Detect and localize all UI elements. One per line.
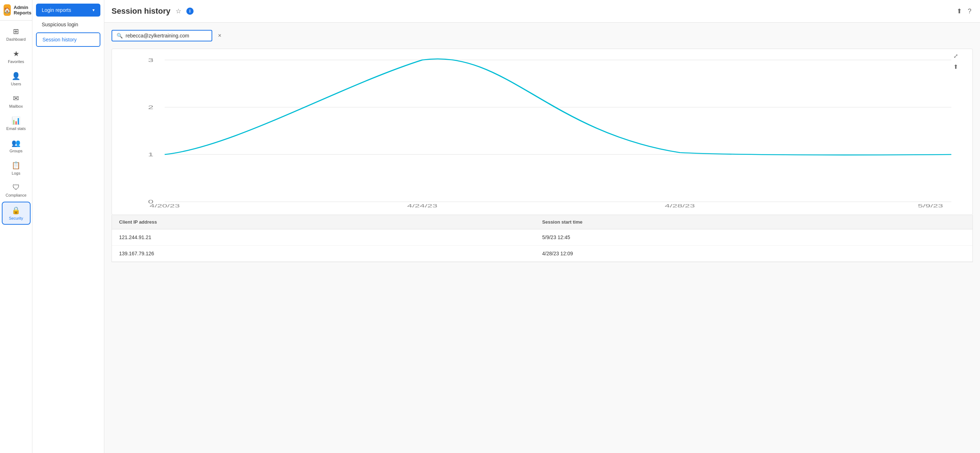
sidebar-item-mailbox[interactable]: ✉ Mailbox xyxy=(2,90,30,112)
search-box: 🔍 xyxy=(111,30,212,41)
nav-item-label: Session history xyxy=(43,37,76,43)
table-cell-ip: 139.167.79.126 xyxy=(119,250,542,257)
table-row: 139.167.79.126 4/28/23 12:09 xyxy=(112,246,972,262)
search-bar-container: 🔍 × xyxy=(111,30,973,41)
nav-item-session-history[interactable]: Session history xyxy=(36,32,100,47)
sidebar-item-favorites[interactable]: ★ Favorites xyxy=(2,46,30,67)
svg-text:5/9/23: 5/9/23 xyxy=(918,203,943,207)
search-input[interactable] xyxy=(126,33,197,38)
column-header-time: Session start time xyxy=(542,219,965,225)
sidebar-item-security[interactable]: 🔒 Security xyxy=(2,202,30,225)
mailbox-icon: ✉ xyxy=(13,94,19,103)
logo-icon: 🏠 xyxy=(3,4,11,16)
dashboard-icon: ⊞ xyxy=(13,27,19,36)
chart-area: 3 2 1 0 4/20/23 4/24/23 4/28/23 5/9/23 xyxy=(130,56,965,207)
chart-svg: 3 2 1 0 4/20/23 4/24/23 4/28/23 5/9/23 xyxy=(130,56,965,207)
sidebar-item-users[interactable]: 👤 Users xyxy=(2,68,30,90)
svg-text:3: 3 xyxy=(148,57,154,63)
table-cell-time: 5/9/23 12:45 xyxy=(542,234,965,240)
app-logo: 🏠 Admin Reports xyxy=(0,0,32,21)
main-header: Session history ☆ i ⬆ ? xyxy=(104,0,980,23)
sidebar-nav: ⊞ Dashboard ★ Favorites 👤 Users ✉ Mailbo… xyxy=(0,21,32,225)
table-cell-time: 4/28/23 12:09 xyxy=(542,250,965,257)
svg-text:2: 2 xyxy=(148,104,154,110)
sidebar-item-logs[interactable]: 📋 Logs xyxy=(2,157,30,179)
sidebar-item-groups[interactable]: 👥 Groups xyxy=(2,135,30,156)
main-content: Session history ☆ i ⬆ ? 🔍 × ⤢ ⬆ 3 2 xyxy=(104,0,980,453)
security-icon: 🔒 xyxy=(11,206,21,215)
groups-icon: 👥 xyxy=(11,139,21,147)
nav-item-login-reports[interactable]: Login reports ▾ xyxy=(36,3,100,17)
data-table: Client IP address Session start time 121… xyxy=(111,215,973,262)
sidebar-item-label: Dashboard xyxy=(6,37,26,41)
info-icon: i xyxy=(186,8,194,15)
svg-text:4/20/23: 4/20/23 xyxy=(150,203,180,207)
content-body: 🔍 × ⤢ ⬆ 3 2 1 0 xyxy=(104,23,980,453)
chart-container: ⤢ ⬆ 3 2 1 0 4/20/23 xyxy=(111,49,973,215)
sidebar-item-label: Groups xyxy=(10,149,22,153)
secondary-sidebar: Login reports ▾ Suspicious login Session… xyxy=(32,0,104,453)
sidebar-item-label: Users xyxy=(11,82,21,86)
sidebar-item-label: Email stats xyxy=(6,126,26,131)
sidebar-item-label: Mailbox xyxy=(10,104,23,108)
chart-download-button[interactable]: ⬆ xyxy=(953,63,958,70)
compliance-icon: 🛡 xyxy=(13,183,20,191)
favorites-icon: ★ xyxy=(13,49,19,58)
svg-text:4/28/23: 4/28/23 xyxy=(665,203,695,207)
sidebar-item-dashboard[interactable]: ⊞ Dashboard xyxy=(2,23,30,45)
chevron-down-icon: ▾ xyxy=(92,8,95,13)
sidebar-item-label: Logs xyxy=(12,171,21,175)
sidebar-item-compliance[interactable]: 🛡 Compliance xyxy=(2,180,30,201)
nav-item-label: Login reports xyxy=(42,7,71,13)
svg-text:1: 1 xyxy=(148,152,154,158)
table-row: 121.244.91.21 5/9/23 12:45 xyxy=(112,230,972,246)
favorite-button[interactable]: ☆ xyxy=(174,6,183,17)
header-right-icons: ⬆ ? xyxy=(955,6,973,17)
nav-item-suspicious-login[interactable]: Suspicious login xyxy=(36,18,100,31)
email-stats-icon: 📊 xyxy=(11,116,21,125)
help-button[interactable]: ? xyxy=(966,6,973,17)
search-clear-button[interactable]: × xyxy=(216,32,223,40)
page-title: Session history xyxy=(111,6,170,16)
sidebar-item-label: Security xyxy=(9,216,23,220)
app-title: Admin Reports xyxy=(14,5,31,16)
sidebar-item-label: Favorites xyxy=(8,59,24,64)
nav-item-label: Suspicious login xyxy=(42,22,78,27)
sidebar: 🏠 Admin Reports ⊞ Dashboard ★ Favorites … xyxy=(0,0,32,453)
sidebar-item-label: Compliance xyxy=(5,193,26,197)
logs-icon: 📋 xyxy=(11,161,21,170)
sidebar-item-email-stats[interactable]: 📊 Email stats xyxy=(2,113,30,134)
table-cell-ip: 121.244.91.21 xyxy=(119,234,542,240)
svg-text:4/24/23: 4/24/23 xyxy=(407,203,438,207)
upload-button[interactable]: ⬆ xyxy=(955,6,963,17)
search-icon: 🔍 xyxy=(116,33,123,38)
users-icon: 👤 xyxy=(11,72,21,80)
column-header-ip: Client IP address xyxy=(119,219,542,225)
table-header: Client IP address Session start time xyxy=(112,215,972,230)
chart-expand-button[interactable]: ⤢ xyxy=(953,53,958,59)
